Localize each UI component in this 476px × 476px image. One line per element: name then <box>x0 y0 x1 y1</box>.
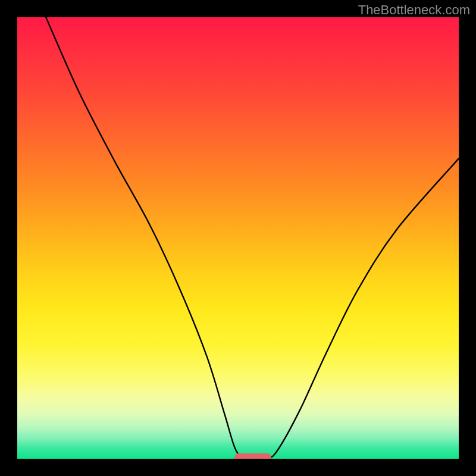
curve-svg <box>17 17 459 459</box>
plot-area <box>17 17 459 459</box>
bottleneck-curve <box>46 17 459 459</box>
chart-frame: TheBottleneck.com <box>0 0 476 476</box>
optimal-range-bar <box>234 453 271 459</box>
watermark-text: TheBottleneck.com <box>358 2 470 18</box>
